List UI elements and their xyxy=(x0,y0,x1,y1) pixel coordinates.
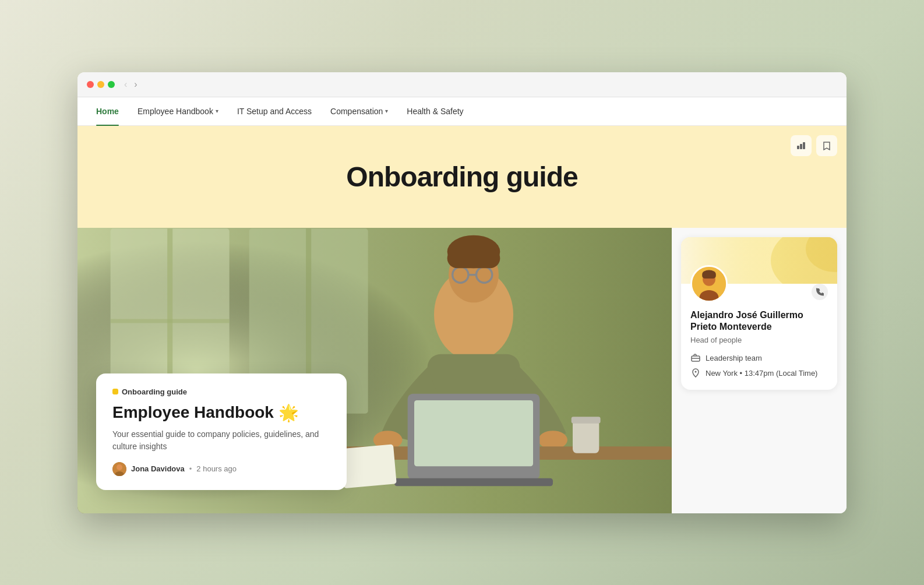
svg-rect-2 xyxy=(803,142,805,149)
sidebar: Alejandro José Guillermo Prieto Montever… xyxy=(672,228,847,513)
svg-rect-22 xyxy=(341,444,397,488)
browser-chrome: ‹ › xyxy=(77,72,847,97)
nav-item-home[interactable]: Home xyxy=(96,97,119,125)
time-separator: • xyxy=(740,369,745,378)
hero-title: Onboarding guide xyxy=(101,161,823,193)
chart-icon xyxy=(796,141,806,150)
location-label: New York • 13:47pm (Local Time) xyxy=(706,369,817,378)
svg-rect-40 xyxy=(702,273,716,278)
analytics-button[interactable] xyxy=(791,135,812,156)
team-row: Leadership team xyxy=(690,353,828,363)
breadcrumb-dot xyxy=(112,389,118,394)
bookmark-button[interactable] xyxy=(816,135,837,156)
briefcase-icon xyxy=(690,353,701,363)
browser-window: ‹ › Home Employee Handbook ▾ IT Setup an… xyxy=(77,72,847,513)
svg-rect-20 xyxy=(573,420,599,453)
time-ago: 2 hours ago xyxy=(196,464,237,473)
browser-nav-arrows: ‹ › xyxy=(122,78,140,91)
chevron-down-icon: ▾ xyxy=(385,108,388,114)
profile-avatar-image xyxy=(692,265,726,302)
profile-role: Head of people xyxy=(690,336,828,344)
card-description: Your essential guide to company policies… xyxy=(112,428,330,453)
title-emoji: 🌟 xyxy=(278,403,299,422)
nav-item-it-setup[interactable]: IT Setup and Access xyxy=(237,97,312,125)
card-breadcrumb: Onboarding guide xyxy=(112,387,330,396)
phone-button[interactable] xyxy=(812,284,828,300)
close-button[interactable] xyxy=(87,81,94,88)
traffic-lights xyxy=(87,81,115,88)
hero-actions xyxy=(791,135,837,156)
minimize-button[interactable] xyxy=(97,81,104,88)
avatar xyxy=(690,265,728,302)
separator: • xyxy=(189,464,192,473)
main-nav: Home Employee Handbook ▾ IT Setup and Ac… xyxy=(77,97,847,126)
author-name: Jona Davidova xyxy=(131,464,185,473)
svg-point-43 xyxy=(695,371,697,373)
hero-banner: Onboarding guide xyxy=(77,126,847,228)
card-author: Jona Davidova • 2 hours ago xyxy=(112,462,330,476)
nav-item-health-safety[interactable]: Health & Safety xyxy=(407,97,463,125)
hero-image: Onboarding guide Employee Handbook 🌟 You… xyxy=(77,228,672,513)
bookmark-icon xyxy=(823,141,831,150)
avatar-image xyxy=(112,462,126,476)
location-icon xyxy=(690,368,701,378)
profile-meta: Leadership team New York xyxy=(690,353,828,378)
profile-name: Alejandro José Guillermo Prieto Montever… xyxy=(690,309,828,334)
maximize-button[interactable] xyxy=(108,81,115,88)
forward-button[interactable]: › xyxy=(132,78,139,91)
svg-rect-1 xyxy=(800,144,802,149)
chevron-down-icon: ▾ xyxy=(216,108,218,114)
article-card[interactable]: Onboarding guide Employee Handbook 🌟 You… xyxy=(96,373,347,490)
profile-card: Alejandro José Guillermo Prieto Montever… xyxy=(681,237,837,390)
content-area: Onboarding guide Employee Handbook 🌟 You… xyxy=(77,228,847,513)
nav-item-compensation[interactable]: Compensation ▾ xyxy=(330,97,388,125)
avatar xyxy=(112,462,126,476)
svg-rect-19 xyxy=(394,478,553,486)
svg-rect-27 xyxy=(447,248,500,268)
main-content: Onboarding guide Employee Handbook 🌟 You… xyxy=(77,228,672,513)
team-label: Leadership team xyxy=(706,354,762,362)
back-button[interactable]: ‹ xyxy=(122,78,129,91)
svg-point-29 xyxy=(117,464,122,470)
profile-body: Alejandro José Guillermo Prieto Montever… xyxy=(681,284,837,390)
svg-rect-21 xyxy=(572,417,601,423)
svg-rect-0 xyxy=(797,146,799,149)
svg-point-15 xyxy=(538,431,567,449)
nav-item-employee-handbook[interactable]: Employee Handbook ▾ xyxy=(137,97,218,125)
location-row: New York • 13:47pm (Local Time) xyxy=(690,368,828,378)
svg-rect-18 xyxy=(414,400,533,466)
card-title: Employee Handbook 🌟 xyxy=(112,403,330,422)
